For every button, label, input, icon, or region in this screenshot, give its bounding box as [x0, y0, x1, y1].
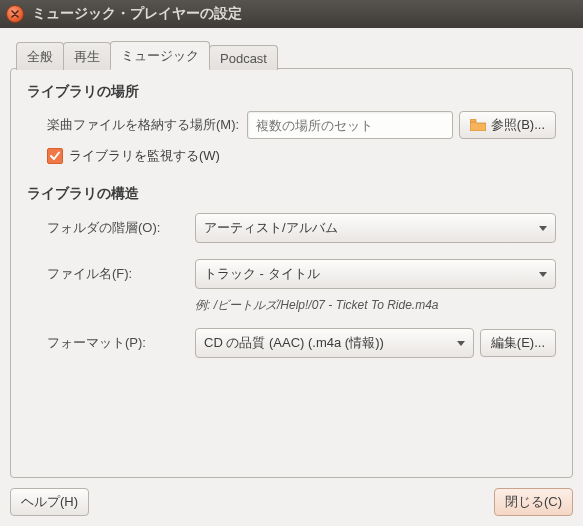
help-button[interactable]: ヘルプ(H)	[10, 488, 89, 516]
section-structure-title: ライブラリの構造	[27, 185, 556, 203]
dialog-footer: ヘルプ(H) 閉じる(C)	[10, 488, 573, 516]
close-icon	[11, 10, 19, 18]
music-files-label: 楽曲ファイルを格納する場所(M):	[47, 116, 247, 134]
format-value: CD の品質 (AAC) (.m4a (情報))	[204, 334, 384, 352]
watch-library-label: ライブラリを監視する(W)	[69, 147, 220, 165]
file-name-combo[interactable]: トラック - タイトル	[195, 259, 556, 289]
chevron-down-icon	[539, 226, 547, 231]
browse-label: 参照(B)...	[491, 116, 545, 134]
check-icon	[49, 150, 61, 162]
help-label: ヘルプ(H)	[21, 493, 78, 511]
row-file-name: ファイル名(F): トラック - タイトル	[27, 259, 556, 289]
format-edit-label: 編集(E)...	[491, 334, 545, 352]
close-button[interactable]: 閉じる(C)	[494, 488, 573, 516]
format-edit-button[interactable]: 編集(E)...	[480, 329, 556, 357]
file-name-label: ファイル名(F):	[47, 265, 195, 283]
folder-hierarchy-combo[interactable]: アーティスト/アルバム	[195, 213, 556, 243]
tab-music[interactable]: ミュージック	[110, 41, 210, 70]
tab-general[interactable]: 全般	[16, 42, 64, 70]
row-format: フォーマット(P): CD の品質 (AAC) (.m4a (情報)) 編集(E…	[27, 328, 556, 358]
tab-pane-music: ライブラリの場所 楽曲ファイルを格納する場所(M): 参照(B)... ライブラ…	[10, 68, 573, 478]
browse-button[interactable]: 参照(B)...	[459, 111, 556, 139]
chevron-down-icon	[457, 341, 465, 346]
window-close-button[interactable]	[6, 5, 24, 23]
format-label: フォーマット(P):	[47, 334, 195, 352]
folder-hierarchy-label: フォルダの階層(O):	[47, 219, 195, 237]
file-name-example: 例: /ビートルズ/Help!/07 - Ticket To Ride.m4a	[195, 297, 556, 314]
titlebar: ミュージック・プレイヤーの設定	[0, 0, 583, 28]
format-combo[interactable]: CD の品質 (AAC) (.m4a (情報))	[195, 328, 474, 358]
tab-playback[interactable]: 再生	[63, 42, 111, 70]
folder-icon	[470, 119, 486, 131]
row-watch-library: ライブラリを監視する(W)	[27, 147, 556, 165]
watch-library-checkbox[interactable]	[47, 148, 63, 164]
music-location-entry[interactable]	[247, 111, 453, 139]
file-name-value: トラック - タイトル	[204, 265, 320, 283]
close-label: 閉じる(C)	[505, 493, 562, 511]
window-title: ミュージック・プレイヤーの設定	[32, 5, 242, 23]
row-folder-hierarchy: フォルダの階層(O): アーティスト/アルバム	[27, 213, 556, 243]
section-location-title: ライブラリの場所	[27, 83, 556, 101]
tab-bar: 全般 再生 ミュージック Podcast	[10, 40, 573, 69]
row-music-location: 楽曲ファイルを格納する場所(M): 参照(B)...	[27, 111, 556, 139]
svg-rect-0	[470, 119, 476, 122]
folder-hierarchy-value: アーティスト/アルバム	[204, 219, 338, 237]
chevron-down-icon	[539, 272, 547, 277]
tab-podcast[interactable]: Podcast	[209, 45, 278, 70]
window-body: 全般 再生 ミュージック Podcast ライブラリの場所 楽曲ファイルを格納す…	[0, 28, 583, 526]
